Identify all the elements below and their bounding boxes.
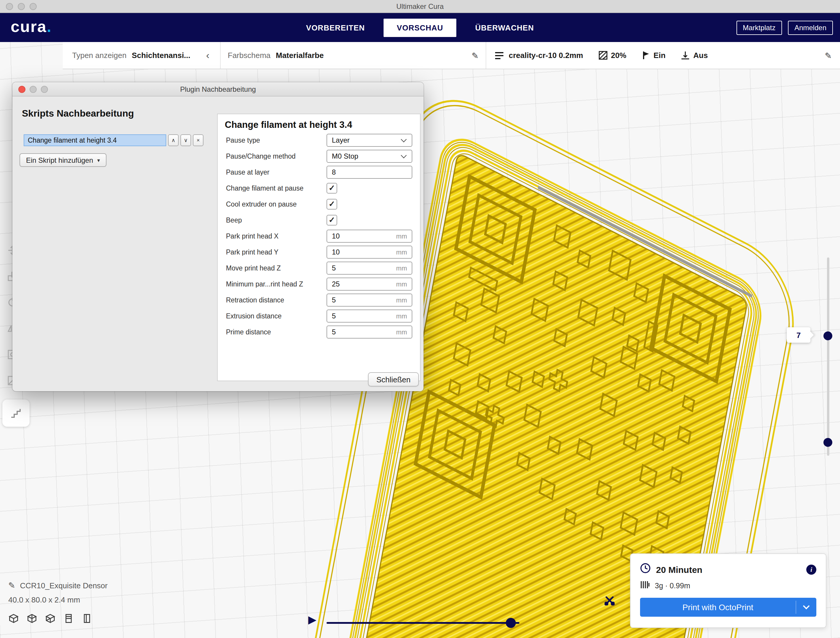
scripts-heading: Skripts Nachbearbeitung	[22, 108, 134, 119]
view-cube-icon-2[interactable]	[45, 613, 55, 624]
clock-icon	[640, 563, 651, 576]
steps-icon	[10, 407, 22, 419]
view-options-row	[8, 613, 92, 624]
view-type-value[interactable]: Schichtenansi...	[132, 51, 191, 60]
edit-print-settings-icon[interactable]: ✎	[825, 51, 832, 60]
print-job-panel: 20 Minuten i 3g · 0.99m Print with OctoP…	[630, 553, 826, 628]
park-head-y-input[interactable]: 10mm	[327, 245, 412, 258]
close-window-button[interactable]	[6, 3, 13, 10]
view-sheet-icon-1[interactable]	[63, 613, 74, 624]
object-list-icon[interactable]	[8, 613, 19, 624]
selected-script-item[interactable]: Change filament at height 3.4	[24, 135, 166, 146]
zoom-window-button[interactable]	[30, 3, 37, 10]
signin-button[interactable]: Anmelden	[788, 21, 833, 35]
pause-method-select[interactable]: M0 Stop	[327, 149, 412, 163]
view-cube-icon-1[interactable]	[27, 613, 37, 624]
script-settings-panel: Change filament at height 3.4 Pause type…	[217, 114, 421, 381]
layer-slider-lower-handle[interactable]	[823, 438, 832, 447]
dialog-zoom-button[interactable]	[41, 86, 48, 93]
field-row: Cool extruder on pause ✓	[218, 196, 420, 212]
model-info: ✎ CCR10_Exquisite Densor 40.0 x 80.0 x 2…	[8, 581, 108, 604]
chevron-down-icon	[803, 603, 810, 610]
adhesion-value: Aus	[693, 51, 708, 60]
support-icon	[642, 51, 650, 60]
extrusion-distance-input[interactable]: 5mm	[327, 309, 412, 322]
minimize-window-button[interactable]	[18, 3, 25, 10]
field-row: Pause/Change method M0 Stop	[218, 148, 420, 164]
prime-distance-input[interactable]: 5mm	[327, 325, 412, 338]
app-root: Ultimaker Cura cura. VORBEREITEN VORSCHA…	[0, 0, 840, 638]
infill-value: 20%	[611, 51, 627, 60]
tab-monitor[interactable]: ÜBERWACHEN	[462, 18, 547, 37]
collapse-panel-icon[interactable]: ‹	[206, 49, 209, 61]
print-output-dropdown[interactable]	[796, 598, 816, 617]
adjust-tools-icon[interactable]	[605, 595, 614, 608]
logo-dot-icon: .	[47, 18, 52, 35]
marketplace-button[interactable]: Marktplatz	[736, 21, 782, 35]
support-value: Ein	[654, 51, 665, 60]
add-script-button[interactable]: Ein Skript hinzufügen▾	[19, 153, 106, 167]
view-sheet-icon-2[interactable]	[82, 613, 92, 624]
dialog-titlebar: Plugin Nachbearbeitung	[13, 82, 423, 97]
model-dimensions: 40.0 x 80.0 x 2.4 mm	[8, 595, 108, 604]
macos-titlebar: Ultimaker Cura	[0, 0, 840, 13]
beep-checkbox[interactable]: ✓	[327, 215, 337, 225]
move-script-down-button[interactable]: ∨	[180, 135, 191, 146]
move-head-z-input[interactable]: 5mm	[327, 261, 412, 274]
infill-icon	[598, 51, 608, 60]
color-scheme-value[interactable]: Materialfarbe	[276, 51, 324, 60]
change-filament-checkbox[interactable]: ✓	[327, 182, 337, 193]
print-button-group: Print with OctoPrint	[640, 598, 816, 617]
cool-extruder-checkbox[interactable]: ✓	[327, 199, 337, 209]
simulation-slider-handle[interactable]	[506, 618, 516, 628]
tab-prepare[interactable]: VORBEREITEN	[293, 18, 378, 37]
print-settings-section[interactable]: creality-cr-10 0.2mm 20% Ein Aus ✎	[486, 42, 840, 69]
simulation-slider-track[interactable]	[327, 622, 519, 624]
minimum-park-head-z-input[interactable]: 25mm	[327, 277, 412, 290]
print-time-estimate: 20 Minuten	[656, 564, 801, 575]
layer-slider-track[interactable]	[827, 258, 829, 456]
field-row: Pause type Layer	[218, 132, 420, 148]
pause-type-select[interactable]: Layer	[327, 133, 412, 146]
rename-model-icon[interactable]: ✎	[8, 581, 15, 590]
close-dialog-button[interactable]: Schließen	[368, 372, 419, 386]
stage-tabs: VORBEREITEN VORSCHAU ÜBERWACHEN	[293, 18, 547, 37]
printer-profile-value[interactable]: creality-cr-10 0.2mm	[509, 51, 583, 60]
print-with-octoprint-button[interactable]: Print with OctoPrint	[640, 598, 796, 617]
move-script-up-button[interactable]: ∧	[168, 135, 178, 146]
color-scheme-section[interactable]: Farbschema Materialfarbe ✎	[221, 42, 486, 69]
park-head-x-input[interactable]: 10mm	[327, 230, 412, 242]
adhesion-setting[interactable]: Aus	[681, 51, 708, 60]
adhesion-icon	[681, 51, 690, 60]
layer-number-flag: 7	[787, 327, 810, 343]
field-row: Park print head X 10mm	[218, 228, 420, 244]
info-icon[interactable]: i	[806, 564, 816, 575]
window-controls[interactable]	[6, 3, 37, 10]
field-row: Prime distance 5mm	[218, 324, 420, 340]
dialog-minimize-button[interactable]	[30, 86, 37, 93]
field-row: Pause at layer 8	[218, 164, 420, 180]
layer-view-tile[interactable]	[2, 399, 30, 427]
app-header: cura. VORBEREITEN VORSCHAU ÜBERWACHEN Ma…	[0, 13, 840, 42]
material-usage-icon	[640, 581, 649, 591]
view-toolbar: Typen anzeigen Schichtenansi... ‹ Farbsc…	[63, 42, 840, 69]
chevron-down-icon	[401, 152, 407, 158]
edit-color-scheme-icon[interactable]: ✎	[472, 51, 478, 60]
play-button[interactable]: ▶	[308, 614, 316, 625]
model-name: CCR10_Exquisite Densor	[20, 581, 107, 590]
remove-script-button[interactable]: ×	[193, 135, 204, 146]
pause-at-layer-input[interactable]: 8	[327, 165, 412, 179]
field-row: Retraction distance 5mm	[218, 292, 420, 308]
dialog-close-button[interactable]	[18, 86, 25, 93]
tab-preview[interactable]: VORSCHAU	[384, 18, 456, 37]
layer-slider-upper-handle[interactable]	[823, 331, 832, 340]
field-row: Change filament at pause ✓	[218, 180, 420, 196]
support-setting[interactable]: Ein	[642, 51, 665, 60]
dialog-title: Plugin Nachbearbeitung	[180, 85, 256, 93]
infill-setting[interactable]: 20%	[598, 51, 627, 60]
dialog-window-controls[interactable]	[18, 86, 48, 93]
field-row: Extrusion distance 5mm	[218, 308, 420, 324]
view-type-section[interactable]: Typen anzeigen Schichtenansi... ‹	[63, 42, 221, 69]
window-title: Ultimaker Cura	[0, 2, 840, 10]
retraction-distance-input[interactable]: 5mm	[327, 293, 412, 306]
